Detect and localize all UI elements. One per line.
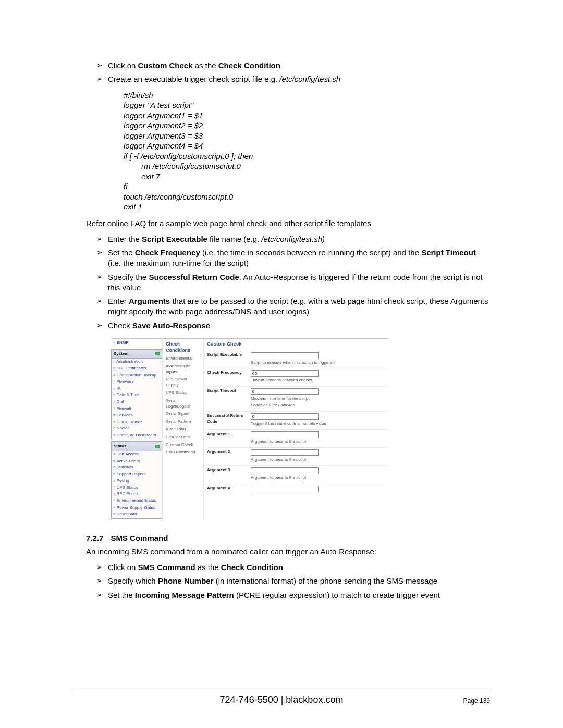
form-row: Successful Return Code Trigger if the re… <box>207 412 387 430</box>
condition-link[interactable]: Serial Login/Logout <box>166 398 201 411</box>
script-timeout-input[interactable] <box>251 388 319 395</box>
sidebar-panel-system: System » Administration » SSL Certificat… <box>111 349 162 439</box>
arrow-icon: ➢ <box>96 60 103 70</box>
paragraph: Refer online FAQ for a sample web page h… <box>86 218 490 229</box>
sidebar-header-status[interactable]: Status <box>112 442 162 451</box>
form-row: Check Frequency Time in seconds between … <box>207 368 387 387</box>
list-item: ➢ Enter the Script Executable file name … <box>96 234 490 244</box>
list-item: ➢ Enter Arguments that are to be passed … <box>96 296 490 317</box>
collapse-icon[interactable] <box>155 445 160 448</box>
list-text: Check Save Auto-Response <box>108 320 490 331</box>
t: SMS Command <box>138 563 195 572</box>
field: Trigger if the return code is not this v… <box>251 413 387 427</box>
list-item: ➢ Check Save Auto-Response <box>96 320 490 331</box>
field: Argument to pass to the script <box>251 431 387 445</box>
sidebar-item[interactable]: » Port Access <box>112 451 162 458</box>
list-text: Set the Check Frequency (i.e. the time i… <box>108 248 490 269</box>
sidebar-item[interactable]: » Firmware <box>112 379 162 386</box>
condition-link[interactable]: Cellular Data <box>166 434 201 442</box>
sidebar-item[interactable]: » Administration <box>112 359 162 365</box>
list-item: ➢ Set the Check Frequency (i.e. the time… <box>96 248 490 269</box>
t: (PCRE regular expression) to match to cr… <box>234 590 440 599</box>
sidebar-title: Status <box>114 443 126 449</box>
custom-check-form: Custom Check Script Executable Script to… <box>203 339 388 521</box>
condition-link[interactable]: SMS Command <box>166 449 201 457</box>
sidebar: » SNMP System » Administration » SSL Cer… <box>111 339 162 521</box>
t: Custom Check <box>138 61 193 70</box>
sidebar-item[interactable]: » SSL Certificates <box>112 365 162 372</box>
sidebar-item[interactable]: » RPC Status <box>112 491 162 498</box>
condition-link[interactable]: ICMP Ping <box>166 426 201 434</box>
field: Time in seconds between checks <box>251 370 387 384</box>
condition-link[interactable]: Serial Signal <box>166 411 201 418</box>
check-conditions-col: Check Conditions Environmental Alarms/Di… <box>162 339 203 521</box>
code-line: logger "A test script" <box>124 100 490 110</box>
t: as the <box>193 61 218 70</box>
t: (i.e. the time in seconds between re-run… <box>200 248 421 257</box>
t: Check Frequency <box>135 248 200 257</box>
script-executable-input[interactable] <box>251 352 319 359</box>
t: (i.e. the maximum run-time for the scrip… <box>108 258 249 267</box>
t: Specify which <box>108 576 158 585</box>
label-script-executable: Script Executable <box>207 352 249 358</box>
t: Click on <box>108 563 138 572</box>
field: Maximum run-time for the script. Leave a… <box>251 388 387 409</box>
code-line: exit 1 <box>124 202 490 212</box>
t: Script Timeout <box>421 248 476 257</box>
return-code-input[interactable] <box>251 413 319 420</box>
field: Script to execute when this action is tr… <box>251 352 387 366</box>
label-return-code: Successful Return Code <box>207 413 249 425</box>
condition-link[interactable]: UPS/Power Supply <box>166 376 201 390</box>
sidebar-item[interactable]: » Nagios <box>112 425 162 432</box>
check-frequency-input[interactable] <box>251 370 319 377</box>
arrow-icon: ➢ <box>96 320 103 330</box>
t: /etc/config/test.sh) <box>259 235 325 243</box>
condition-link[interactable]: Serial Pattern <box>166 418 201 426</box>
section-title: SMS Command <box>111 534 168 542</box>
sidebar-item[interactable]: » Syslog <box>112 478 162 485</box>
sidebar-item[interactable]: » Date & Time <box>112 392 162 399</box>
sidebar-item[interactable]: » Services <box>112 412 162 419</box>
sidebar-item[interactable]: » DHCP Server <box>112 419 162 426</box>
condition-link[interactable]: Custom Check <box>166 442 201 450</box>
t: Check <box>108 321 132 330</box>
sidebar-item[interactable]: » UPS Status <box>112 485 162 491</box>
form-row: Script Executable Script to execute when… <box>207 351 387 369</box>
label-check-frequency: Check Frequency <box>207 370 249 376</box>
hint: Argument to pass to the script <box>251 475 387 481</box>
label-script-timeout: Script Timeout <box>207 388 249 394</box>
label-arg2: Argument 2 <box>207 449 249 455</box>
label-arg1: Argument 1 <box>207 431 249 437</box>
list-item: ➢ Specify the Successful Return Code. An… <box>96 272 490 293</box>
condition-link[interactable]: Environmental <box>166 355 201 363</box>
sidebar-item[interactable]: » Environmental Status <box>112 498 162 504</box>
form-row: Argument 4 <box>207 484 387 495</box>
sidebar-header-system[interactable]: System <box>112 350 162 359</box>
sidebar-item[interactable]: » Support Report <box>112 471 162 478</box>
code-line: exit 7 <box>124 171 490 182</box>
condition-link[interactable]: Alarms/Digital Inputs <box>166 363 201 377</box>
sidebar-item[interactable]: » Dial <box>112 399 162 405</box>
argument-4-input[interactable] <box>251 486 319 492</box>
argument-3-input[interactable] <box>251 467 319 474</box>
argument-1-input[interactable] <box>251 431 319 438</box>
page-number: Page 139 <box>463 697 490 705</box>
sidebar-item[interactable]: » Power Supply Status <box>112 504 162 511</box>
label-arg3: Argument 3 <box>207 467 249 473</box>
sidebar-item[interactable]: » IP <box>112 386 162 392</box>
sidebar-item[interactable]: » Firewall <box>112 405 162 412</box>
sidebar-item[interactable]: » Active Users <box>112 458 162 465</box>
t: Phone Number <box>158 576 214 585</box>
sidebar-item[interactable]: » Configure Dashboard <box>112 432 162 439</box>
sidebar-item[interactable]: » Statistics <box>112 464 162 471</box>
section-heading: 7.2.7SMS Command <box>86 533 490 544</box>
argument-2-input[interactable] <box>251 449 319 456</box>
sidebar-item-snmp[interactable]: » SNMP <box>111 339 162 349</box>
sidebar-item[interactable]: » Dashboard <box>112 511 162 518</box>
arrow-icon: ➢ <box>96 234 103 244</box>
field <box>251 486 387 492</box>
list-item: ➢ Click on Custom Check as the Check Con… <box>96 60 490 71</box>
collapse-icon[interactable] <box>155 352 160 355</box>
sidebar-item[interactable]: » Configuration Backup <box>112 372 162 379</box>
condition-link[interactable]: UPS Status <box>166 390 201 398</box>
